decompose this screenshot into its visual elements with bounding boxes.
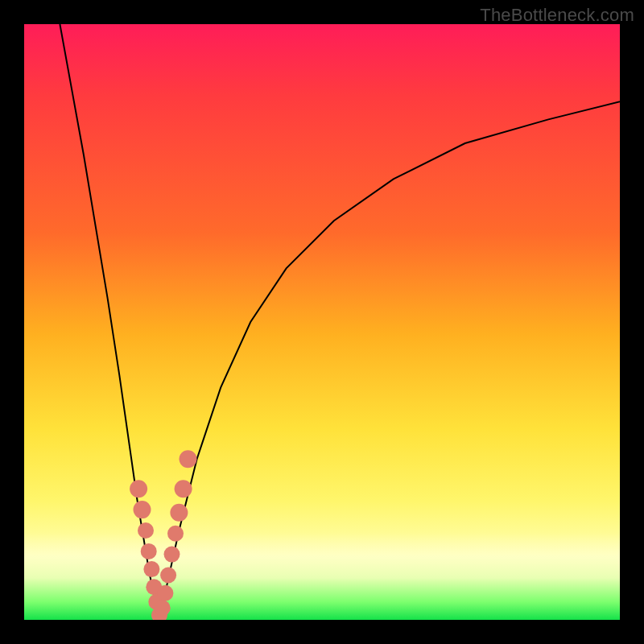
bead-marker	[155, 600, 171, 616]
bead-cluster	[130, 450, 196, 620]
bead-marker	[130, 480, 147, 497]
bead-marker	[141, 543, 157, 559]
bead-marker	[175, 480, 192, 497]
bead-marker	[134, 501, 151, 518]
bead-marker	[157, 585, 173, 601]
bead-marker	[167, 526, 184, 542]
bead-marker	[143, 561, 159, 577]
bead-marker	[170, 504, 188, 522]
curve-right-branch	[159, 101, 620, 620]
bead-marker	[164, 547, 180, 563]
bead-marker	[160, 568, 176, 584]
bead-marker	[138, 522, 154, 539]
chart-frame: TheBottleneck.com	[0, 0, 644, 644]
plot-area	[24, 24, 620, 620]
chart-svg	[24, 24, 620, 620]
bead-marker	[180, 450, 197, 468]
watermark-text: TheBottleneck.com	[480, 5, 634, 26]
